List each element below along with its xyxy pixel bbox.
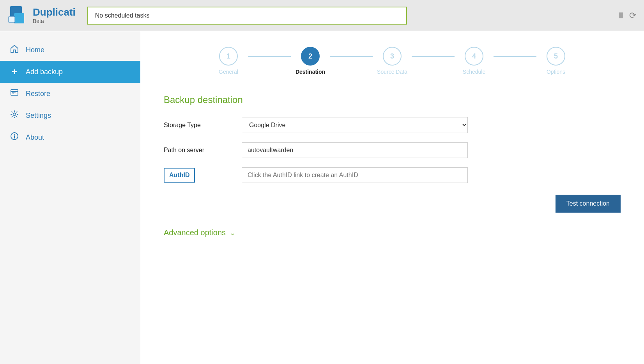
svg-point-4 [13, 113, 16, 116]
svg-rect-3 [11, 90, 18, 95]
path-label: Path on server [164, 147, 234, 154]
step-2: 2 Destination [291, 47, 330, 75]
app-name: Duplicati [33, 7, 76, 18]
status-bar: No scheduled tasks [87, 7, 407, 25]
refresh-button[interactable]: ⟳ [629, 11, 636, 21]
storage-type-label: Storage Type [164, 122, 234, 129]
sidebar-label-restore: Restore [26, 90, 50, 98]
svg-rect-2 [9, 16, 15, 23]
advanced-options-toggle[interactable]: Advanced options ⌄ [164, 228, 621, 237]
sidebar: Home + Add backup Restore [0, 31, 140, 364]
sidebar-label-home: Home [26, 46, 44, 54]
sidebar-item-home[interactable]: Home [0, 39, 140, 61]
stepper: 1 General 2 Destination 3 Source Data 4 … [164, 47, 621, 75]
step-3-label: Source Data [377, 69, 407, 75]
main-layout: Home + Add backup Restore [0, 31, 644, 364]
add-icon: + [9, 66, 19, 77]
step-2-label: Destination [295, 69, 325, 75]
test-connection-button[interactable]: Test connection [556, 195, 621, 213]
storage-type-select[interactable]: Google Drive Local folder FTP SFTP S3 Dr… [242, 117, 468, 133]
sidebar-item-add-backup[interactable]: + Add backup [0, 61, 140, 83]
path-input[interactable] [242, 142, 468, 158]
app-title-group: Duplicati Beta [33, 7, 76, 24]
header-controls: ⏸ ⟳ [617, 11, 636, 21]
connector-2-3 [330, 56, 373, 57]
sidebar-label-settings: Settings [26, 112, 51, 120]
sidebar-item-about[interactable]: About [0, 126, 140, 148]
connector-3-4 [412, 56, 455, 57]
step-5: 5 Options [536, 47, 575, 75]
svg-point-7 [14, 134, 15, 135]
sidebar-label-about: About [26, 133, 44, 142]
step-2-circle: 2 [301, 47, 320, 66]
step-4-label: Schedule [463, 69, 485, 75]
step-1: 1 General [209, 47, 248, 75]
about-icon [9, 132, 19, 143]
pause-button[interactable]: ⏸ [617, 11, 625, 21]
logo-icon [8, 5, 28, 26]
sidebar-item-restore[interactable]: Restore [0, 83, 140, 105]
authid-row: AuthID [164, 167, 621, 183]
app-beta: Beta [33, 18, 76, 24]
logo-area: Duplicati Beta [8, 5, 76, 26]
home-icon [9, 44, 19, 55]
path-row: Path on server [164, 142, 621, 158]
restore-icon [9, 88, 19, 99]
button-row: Test connection [164, 195, 621, 213]
step-3: 3 Source Data [373, 47, 412, 75]
settings-icon [9, 110, 19, 121]
authid-input[interactable] [242, 167, 468, 183]
step-3-circle: 3 [383, 47, 402, 66]
authid-label-area: AuthID [164, 168, 234, 183]
connector-1-2 [248, 56, 291, 57]
connector-4-5 [494, 56, 536, 57]
step-4-circle: 4 [465, 47, 483, 66]
sidebar-label-add-backup: Add backup [26, 68, 63, 76]
app-header: Duplicati Beta No scheduled tasks ⏸ ⟳ [0, 0, 644, 31]
main-content: 1 General 2 Destination 3 Source Data 4 … [140, 31, 644, 364]
advanced-options-label: Advanced options [164, 228, 226, 237]
section-title: Backup destination [164, 94, 621, 105]
chevron-down-icon: ⌄ [230, 229, 235, 237]
step-1-label: General [219, 69, 238, 75]
step-1-circle: 1 [219, 47, 238, 66]
step-5-circle: 5 [547, 47, 565, 66]
authid-link[interactable]: AuthID [164, 168, 195, 183]
step-5-label: Options [547, 69, 565, 75]
step-4: 4 Schedule [455, 47, 494, 75]
storage-type-row: Storage Type Google Drive Local folder F… [164, 117, 621, 133]
sidebar-item-settings[interactable]: Settings [0, 105, 140, 126]
svg-rect-1 [14, 13, 24, 23]
